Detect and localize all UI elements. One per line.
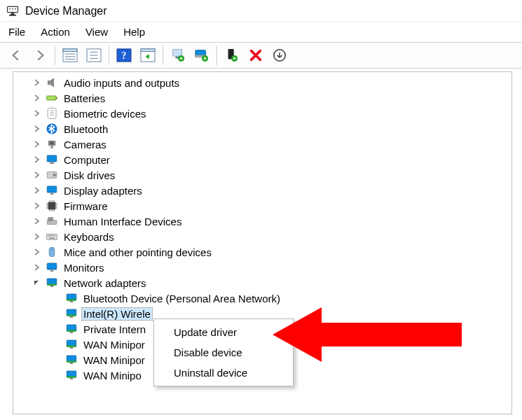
battery-icon	[46, 92, 58, 104]
tree-node[interactable]: Mice and other pointing devices	[16, 244, 509, 260]
window-title: Device Manager	[25, 5, 107, 18]
bluetooth-icon	[46, 122, 58, 135]
svg-rect-75	[70, 301, 74, 302]
scan-hardware-button[interactable]	[137, 46, 158, 64]
svg-rect-65	[54, 235, 55, 237]
svg-rect-7	[63, 49, 77, 52]
svg-rect-32	[47, 96, 57, 100]
chevron-right-icon[interactable]	[32, 78, 41, 88]
tree-node[interactable]: Biometric devices	[16, 106, 509, 121]
tree-node-label: Human Interface Devices	[62, 216, 183, 227]
svg-rect-84	[70, 347, 74, 349]
svg-rect-76	[67, 300, 76, 301]
svg-rect-73	[47, 284, 57, 286]
chevron-right-icon[interactable]	[32, 124, 41, 134]
back-button[interactable]	[6, 46, 27, 64]
chevron-right-icon[interactable]	[32, 170, 41, 180]
svg-rect-59	[48, 218, 53, 221]
chevron-right-icon[interactable]	[32, 93, 41, 103]
show-hidden-button[interactable]	[60, 46, 81, 64]
tree-node[interactable]: Computer	[16, 152, 509, 167]
menu-bar: File Action View Help	[0, 21, 522, 42]
tree-node-label: Monitors	[62, 262, 106, 274]
menu-action[interactable]: Action	[41, 26, 70, 38]
tree-node[interactable]: Cameras	[16, 136, 509, 152]
spacer	[51, 370, 61, 380]
tree-node[interactable]: Monitors	[16, 260, 509, 275]
update-driver-button[interactable]	[167, 46, 188, 64]
tree-child-label: WAN Minipor	[82, 339, 146, 351]
tree-node[interactable]: Network adapters	[16, 275, 509, 290]
chevron-right-icon[interactable]	[32, 262, 41, 272]
svg-rect-45	[48, 202, 56, 210]
help-button[interactable]: ?	[114, 46, 135, 64]
svg-point-5	[15, 8, 16, 10]
menu-help[interactable]: Help	[123, 26, 145, 38]
arrow-annotation	[273, 303, 469, 368]
svg-rect-39	[47, 155, 57, 162]
svg-rect-85	[67, 346, 76, 347]
tree-child-label: Intel(R) Wirele	[82, 308, 152, 320]
uninstall-button[interactable]	[191, 46, 212, 64]
svg-marker-31	[50, 78, 54, 88]
tree-node[interactable]: Batteries	[16, 90, 509, 106]
chevron-down-icon[interactable]	[32, 278, 41, 288]
tree-node[interactable]: Human Interface Devices	[16, 214, 509, 229]
svg-rect-30	[48, 80, 50, 85]
tree-child-label: WAN Minipor	[82, 354, 146, 366]
device-tree[interactable]: Audio inputs and outputsBatteriesBiometr…	[13, 71, 512, 414]
add-legacy-button[interactable]	[221, 46, 242, 64]
chevron-right-icon[interactable]	[32, 247, 41, 257]
device-manager-icon	[6, 4, 20, 18]
hid-icon	[46, 215, 58, 227]
remove-button[interactable]	[269, 46, 290, 64]
tree-node[interactable]: Firmware	[16, 198, 509, 214]
spacer	[51, 355, 61, 365]
monitor-icon	[46, 261, 58, 274]
svg-rect-61	[48, 235, 49, 237]
svg-rect-70	[50, 270, 54, 272]
chevron-right-icon[interactable]	[32, 201, 41, 211]
properties-button[interactable]	[83, 46, 104, 64]
tree-node-label: Cameras	[62, 139, 108, 150]
menu-view[interactable]: View	[85, 26, 108, 38]
svg-rect-72	[50, 286, 54, 287]
forward-button[interactable]	[29, 46, 50, 64]
chevron-right-icon[interactable]	[32, 108, 41, 118]
svg-rect-81	[70, 332, 74, 333]
spacer	[51, 309, 61, 318]
menu-file[interactable]: File	[8, 26, 25, 38]
disable-button[interactable]	[245, 46, 266, 64]
chevron-right-icon[interactable]	[32, 155, 41, 164]
tree-node[interactable]: Keyboards	[16, 229, 509, 244]
tree-child-label: WAN Minipo	[82, 370, 143, 382]
tree-node-label: Mice and other pointing devices	[62, 246, 213, 258]
svg-marker-92	[273, 307, 462, 362]
fingerprint-icon	[46, 107, 58, 120]
spacer	[51, 340, 61, 349]
chevron-right-icon[interactable]	[32, 139, 41, 149]
chevron-right-icon[interactable]	[32, 216, 41, 226]
svg-rect-43	[47, 186, 57, 192]
svg-point-4	[12, 8, 13, 10]
tree-node-label: Firmware	[62, 200, 109, 212]
svg-rect-64	[53, 235, 54, 237]
tree-node-label: Display adapters	[62, 185, 144, 197]
tree-node[interactable]: Audio inputs and outputs	[16, 75, 509, 90]
network-icon	[46, 276, 58, 289]
display-icon	[46, 184, 58, 197]
keyboard-icon	[46, 230, 58, 243]
tree-node-label: Network adapters	[62, 277, 148, 289]
svg-rect-90	[70, 378, 74, 379]
tree-node[interactable]: Display adapters	[16, 183, 509, 198]
tree-node[interactable]: Bluetooth	[16, 121, 509, 136]
svg-rect-87	[70, 363, 74, 364]
chevron-right-icon[interactable]	[32, 232, 41, 241]
tree-node-label: Batteries	[62, 92, 107, 104]
tree-node[interactable]: Disk drives	[16, 167, 509, 183]
mouse-icon	[46, 246, 58, 258]
tree-child-label: Private Intern	[82, 323, 147, 335]
chevron-right-icon[interactable]	[32, 186, 41, 195]
adapter-icon	[65, 338, 78, 351]
camera-icon	[46, 138, 58, 150]
